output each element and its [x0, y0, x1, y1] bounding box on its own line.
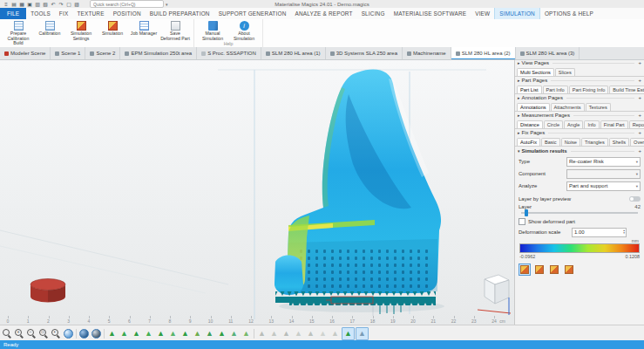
result-view-3-button[interactable] [548, 263, 560, 276]
add-page-icon[interactable]: + [638, 60, 641, 65]
add-page-icon[interactable]: + [638, 130, 641, 135]
page-tab[interactable]: Overlap [630, 138, 644, 146]
job-manager-button[interactable]: Job Manager [129, 20, 159, 46]
tab-support-generation[interactable]: SUPPORT GENERATION [214, 8, 291, 19]
save-icon[interactable]: ▣ [26, 1, 33, 8]
app-menu-icon[interactable]: ≡ [3, 1, 10, 8]
tab-position[interactable]: POSITION [109, 8, 146, 19]
page-tab[interactable]: Annotations [517, 103, 550, 111]
red-cylinder-part[interactable] [31, 279, 65, 303]
bottom-plane-tool-icon[interactable]: ▲ [180, 328, 191, 339]
simulation-view-tool-icon[interactable]: ▲ [342, 327, 355, 340]
page-tab[interactable]: Part List [517, 86, 542, 93]
hollow-tool-icon[interactable]: ▲ [241, 328, 252, 339]
tab-options-help[interactable]: OPTIONS & HELP [540, 8, 598, 19]
component-select[interactable]: ▾ [566, 169, 641, 179]
page-tab[interactable]: Slices [555, 68, 575, 76]
layer-slider[interactable] [521, 212, 638, 214]
save-deformed-part-button[interactable]: Save Deformed Part [160, 20, 190, 46]
page-tab[interactable]: Part Fixing Info [569, 86, 609, 93]
manual-simulation-button[interactable]: Manual Simulation [198, 20, 227, 41]
tab-texture[interactable]: TEXTURE [72, 8, 108, 19]
type-select[interactable]: Re-coater Risk ▾ [566, 157, 641, 167]
simulation-button[interactable]: Simulation [98, 20, 127, 46]
result-view-4-button[interactable] [563, 263, 575, 276]
tool-icon[interactable]: ▲ [317, 328, 329, 339]
duplicate-tool-icon[interactable]: ▲ [155, 328, 166, 339]
show-deformed-checkbox[interactable] [519, 218, 525, 225]
scene-tab[interactable]: EPM Simulation 250t area [120, 47, 197, 59]
tab-slicing[interactable]: SLICING [357, 8, 390, 19]
scene-tab-modeler[interactable]: Modeler Scene [0, 47, 51, 59]
search-input[interactable] [90, 0, 164, 8]
tab-materialise-software[interactable]: MATERIALISE SOFTWARE [390, 8, 471, 19]
mirror-tool-icon[interactable]: ▲ [143, 328, 154, 339]
scene-tab[interactable]: 3D Systems SLA 250 area [326, 47, 403, 59]
add-page-icon[interactable]: + [638, 113, 641, 118]
import-part-icon[interactable]: ▥ [34, 1, 41, 8]
globe-view-icon[interactable] [78, 328, 90, 339]
undo-icon[interactable]: ↶ [50, 1, 57, 8]
page-tab[interactable]: Multi Sections [517, 68, 554, 76]
result-view-1-button[interactable] [519, 263, 531, 276]
delete-icon[interactable]: ▨ [73, 1, 80, 8]
scene-tab[interactable]: SLM 280 HL area (1) [261, 47, 326, 59]
tool-icon[interactable]: ▲ [281, 328, 292, 339]
view-sphere-icon[interactable] [63, 328, 74, 339]
page-tab[interactable]: Basic [541, 138, 560, 146]
simulation-settings-button[interactable]: Simulation Settings [66, 20, 96, 46]
tab-tools[interactable]: TOOLS [26, 8, 55, 19]
tool-icon[interactable]: ▲ [305, 328, 316, 339]
support-tool-icon[interactable]: ▲ [192, 328, 203, 339]
part-pages-header[interactable]: ▸ Part Pages + [515, 77, 644, 84]
result-view-2-button[interactable] [533, 263, 546, 276]
chair-model[interactable] [275, 69, 441, 314]
add-page-icon[interactable]: + [638, 95, 641, 100]
scene-tab[interactable]: SLM 280 HL area (2) [451, 47, 516, 59]
page-tab[interactable]: Distance [517, 120, 543, 128]
page-tab[interactable]: Circle [544, 120, 563, 128]
export-icon[interactable]: ▧ [42, 1, 49, 8]
tool-icon[interactable]: ▲ [329, 328, 341, 339]
tool-icon[interactable]: ▲ [293, 328, 304, 339]
view-cube[interactable] [478, 275, 511, 315]
scene-tab[interactable]: Scene 2 [85, 47, 120, 59]
deformation-scale-spinner[interactable]: 1.00 ▴▾ [572, 228, 627, 237]
add-page-icon[interactable]: + [638, 148, 641, 154]
page-tab[interactable]: AutoFix [517, 138, 540, 146]
simulation-results-header[interactable]: ▾ Simulation results + [515, 147, 644, 155]
layer-preview-toggle[interactable] [629, 196, 641, 202]
zoom-window-icon[interactable]: ▪ [51, 328, 62, 339]
annotation-pages-header[interactable]: ▸ Annotation Pages + [515, 94, 644, 101]
zoom-in-icon[interactable]: + [14, 328, 25, 339]
calibration-button[interactable]: Calibration [35, 20, 64, 46]
scene-tab[interactable]: SLM 280 HL area (3) [516, 47, 580, 59]
redo-icon[interactable]: ↷ [58, 1, 64, 8]
search-dropdown-icon[interactable]: ▾ [166, 2, 168, 7]
new-scene-icon[interactable]: ▤ [10, 1, 17, 8]
measure-tool-icon[interactable]: ▲ [204, 328, 215, 339]
page-tab[interactable]: Part Info [543, 86, 568, 93]
tab-fix[interactable]: FIX [55, 8, 73, 19]
page-tab[interactable]: Attachments [551, 103, 585, 111]
rescale-tool-icon[interactable]: ▲ [131, 328, 142, 339]
analyze-select[interactable]: Part and support ▾ [566, 181, 641, 191]
orbit-view-icon[interactable] [91, 328, 102, 339]
prepare-calibration-build-button[interactable]: Prepare Calibration Build [3, 20, 33, 46]
tool-icon[interactable]: ▲ [268, 328, 280, 339]
measurement-pages-header[interactable]: ▸ Measurement Pages + [515, 112, 644, 119]
page-tab[interactable]: Report [629, 120, 644, 128]
page-tab[interactable]: Angle [564, 120, 583, 128]
zoom-icon[interactable] [2, 328, 13, 339]
page-tab[interactable]: Build Time Estimation [609, 86, 644, 93]
spinner-arrows-icon[interactable]: ▴▾ [623, 229, 625, 235]
page-tab[interactable]: Triangles [581, 138, 608, 146]
page-tab[interactable]: Info [584, 120, 599, 128]
page-tab[interactable]: Textures [586, 103, 611, 111]
rotate-tool-icon[interactable]: ▲ [119, 328, 130, 339]
label-tool-icon[interactable]: ▲ [228, 328, 240, 339]
tab-build-preparation[interactable]: BUILD PREPARATION [146, 8, 214, 19]
tool-icon[interactable]: ▲ [256, 328, 268, 339]
page-tab[interactable]: Noise [561, 138, 580, 146]
scene-tab[interactable]: Scene 1 [51, 47, 85, 59]
